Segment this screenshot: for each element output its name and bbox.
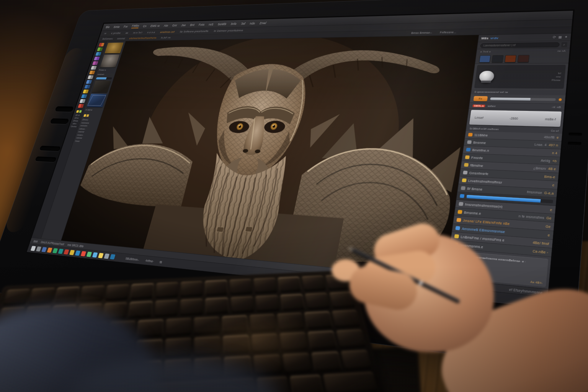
taskbar-app-icon[interactable]	[41, 247, 47, 252]
tool-icon[interactable]	[97, 47, 103, 51]
taskbar-app-icon[interactable]	[110, 254, 116, 260]
caption-right: ne nA	[557, 50, 566, 52]
material-thumbnail[interactable]	[505, 55, 516, 62]
taskbar-app-icon[interactable]	[92, 252, 98, 258]
taskbar-app-icon[interactable]	[47, 248, 52, 253]
taskbar-app-icon[interactable]	[104, 253, 109, 259]
value-slider[interactable]	[490, 97, 556, 101]
tool-icon[interactable]	[92, 61, 98, 65]
row-icon	[465, 155, 470, 159]
menu-item[interactable]: FMBe	[131, 24, 140, 29]
brush-size-slider[interactable]	[96, 77, 112, 79]
mini-icon[interactable]	[76, 110, 79, 113]
panel-header-icon[interactable]: ✦	[564, 35, 568, 39]
keyboard-key	[222, 315, 248, 333]
orange-button[interactable]: Fe	[473, 96, 488, 101]
menu-item[interactable]: reS	[208, 23, 214, 26]
toolbar-item[interactable]: br Dslmsnr prssnfsdmne	[214, 29, 244, 33]
keyboard-key	[54, 286, 80, 303]
reset-dot-icon[interactable]	[559, 98, 562, 101]
menu-item[interactable]: Ble	[105, 25, 110, 29]
tool-icon[interactable]	[86, 80, 92, 84]
taskbar-app-icon[interactable]	[69, 250, 75, 255]
tool-icon[interactable]	[87, 75, 93, 79]
keyboard-key	[255, 295, 280, 312]
menu-item[interactable]: Fnr	[123, 25, 128, 28]
tool-icon[interactable]	[78, 104, 84, 108]
tool-icon[interactable]	[94, 57, 100, 60]
menu-item[interactable]: 3af	[241, 22, 246, 25]
sculpt-preview-thumbnail[interactable]	[100, 54, 120, 67]
toolbar-item[interactable]: amsfmse-zef	[160, 30, 175, 34]
keyboard-key	[229, 279, 253, 295]
menu-item[interactable]: Fets	[198, 23, 205, 26]
mini-icon[interactable]	[86, 114, 89, 117]
menu-item[interactable]: Gnr	[172, 23, 178, 27]
menu-item[interactable]: 3nfe	[230, 22, 237, 25]
material-thumbnail[interactable]	[518, 55, 530, 62]
material-thumbnail[interactable]	[492, 55, 503, 62]
toolbar-item[interactable]: sfsfmsfmfmsffsmffsfm	[129, 37, 157, 39]
taskbar-app-icon[interactable]	[64, 249, 69, 255]
keyboard-key	[249, 314, 276, 332]
tagged-row[interactable]: SMRLm ssfsnr -nl -sB	[469, 103, 565, 110]
texture-thumbnail[interactable]	[91, 81, 111, 93]
toolbar-item[interactable]: Fnffessne...	[439, 31, 457, 34]
taskbar-app-icon[interactable]	[58, 249, 63, 254]
row-icon	[461, 186, 466, 190]
toolbar-item[interactable]: nmnmsl	[117, 37, 125, 39]
search-icon[interactable]: ⌕	[561, 42, 567, 47]
search-input[interactable]	[480, 42, 560, 48]
tool-icon[interactable]	[89, 71, 95, 75]
taskbar-app-icon[interactable]	[87, 252, 92, 257]
toolbar-item[interactable]: nr-n 7e?	[133, 31, 143, 34]
tool-icon[interactable]	[83, 90, 89, 93]
material-preview-tile[interactable]: fnlnneFfnnse	[474, 65, 566, 89]
menu-item[interactable]: EMS re	[150, 24, 160, 28]
taskbar-app-icon[interactable]	[31, 246, 36, 251]
material-thumbnail[interactable]	[479, 55, 491, 62]
gold-material-thumbnail[interactable]	[105, 42, 124, 53]
tool-icon[interactable]	[84, 85, 90, 88]
menu-item[interactable]: Jae	[181, 23, 186, 27]
menu-item[interactable]: Bnt	[190, 23, 195, 26]
taskbar-app-icon[interactable]	[81, 251, 87, 256]
mini-icon[interactable]	[79, 110, 82, 113]
slider-fill	[96, 77, 106, 79]
tool-icon[interactable]	[90, 66, 96, 70]
panel-header-icon[interactable]: ▦	[558, 35, 562, 39]
taskbar-app-icon[interactable]	[52, 248, 58, 253]
menu-item[interactable]: Ate	[163, 24, 169, 27]
toolbar-item[interactable]: Bmss Bmmse--	[411, 31, 433, 34]
toolbar-item[interactable]: Se Snffesne-presrfsneffe	[179, 29, 209, 33]
bar-label-right: msBe-f	[545, 117, 556, 121]
row-mid-value: Lnse. 4	[534, 143, 547, 146]
menu-item[interactable]: Znw/	[259, 21, 267, 25]
taskbar-app-icon[interactable]	[36, 247, 41, 252]
taskbar-app-icon[interactable]	[98, 253, 104, 258]
layer-list-item[interactable]: fmws	[75, 139, 92, 143]
menu-item[interactable]: Smte	[113, 25, 121, 28]
taskbar-app-icon[interactable]	[75, 250, 81, 256]
tool-icon[interactable]	[79, 99, 85, 103]
tool-icon[interactable]	[98, 43, 105, 47]
toolbar-item[interactable]: n e n-e	[147, 31, 156, 34]
toolbar-item[interactable]: ae	[125, 31, 129, 34]
bar-label-left: Lmsef	[475, 116, 484, 119]
panel-header-icon[interactable]: ⟳	[552, 35, 556, 39]
gradient-value-bar[interactable]: Lmsef -2860 msBe-f	[469, 110, 562, 127]
toolbar-item[interactable]: e prnsfer	[111, 31, 121, 34]
tool-icon-color	[99, 47, 103, 51]
toolbar-item[interactable]: BsSsmsnv	[102, 38, 113, 40]
toolbar-item[interactable]: nr	[104, 32, 107, 35]
tool-icon[interactable]	[81, 94, 87, 98]
row-value: e	[557, 136, 559, 139]
keyboard-key	[165, 318, 191, 336]
menu-item[interactable]: nde	[250, 21, 256, 25]
menu-item[interactable]: Cn	[142, 24, 147, 28]
keyboard-key	[194, 336, 221, 356]
tool-icon[interactable]	[95, 52, 101, 56]
wireframe-thumbnail[interactable]	[87, 94, 107, 107]
toolbar-item[interactable]: fn,fnF rm	[161, 36, 171, 39]
menu-item[interactable]: SeMl9	[217, 22, 227, 26]
